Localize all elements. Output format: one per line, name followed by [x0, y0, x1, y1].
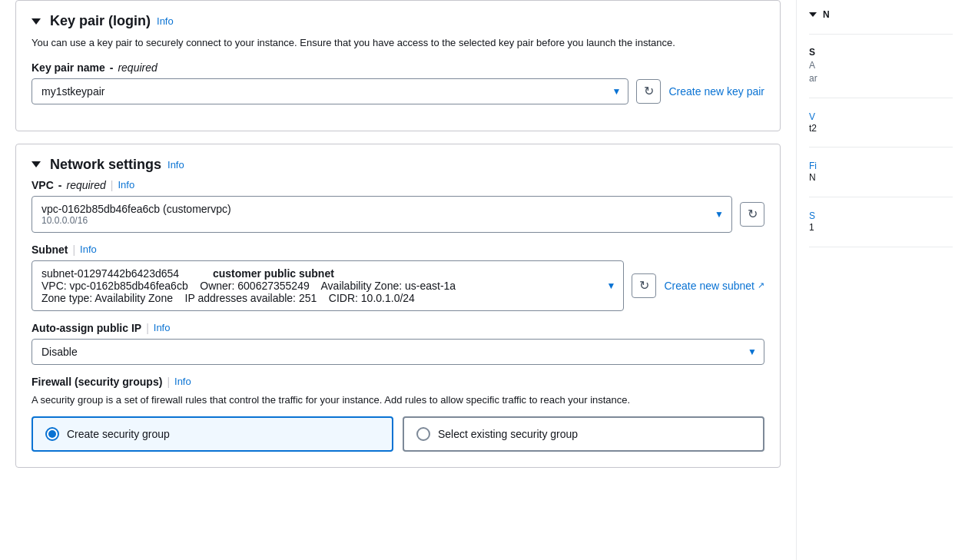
subnet-label-text: Subnet	[32, 244, 68, 256]
subnet-zone-type: Zone type: Availability Zone	[41, 292, 173, 304]
firewall-description: A security group is a set of firewall ru…	[32, 393, 764, 408]
firewall-info-link[interactable]: Info	[174, 376, 191, 387]
vpc-field-label: VPC - required | Info	[32, 179, 764, 191]
keypair-header: Key pair (login) Info	[32, 13, 764, 29]
create-key-pair-text: Create new key pair	[668, 85, 764, 98]
rp-link-3[interactable]: V	[809, 111, 815, 122]
select-sg-radio-circle	[416, 427, 430, 441]
security-group-radio-group: Create security group Select existing se…	[32, 416, 764, 452]
keypair-refresh-icon: ↻	[644, 84, 654, 98]
rp-title-2: S	[809, 47, 815, 58]
keypair-label-text: Key pair name	[32, 61, 105, 74]
subnet-cidr: CIDR: 10.0.1.0/24	[329, 292, 415, 304]
rp-detail-4: N	[809, 171, 953, 184]
select-sg-label: Select existing security group	[438, 428, 578, 440]
right-panel-section-2: S A ar	[809, 47, 953, 98]
create-sg-label: Create security group	[67, 428, 170, 440]
firewall-label-text: Firewall (security groups)	[32, 376, 162, 388]
rp-subtext-2: ar	[809, 72, 953, 85]
network-header: Network settings Info	[32, 157, 764, 173]
vpc-refresh-button[interactable]: ↻	[740, 202, 764, 227]
subnet-divider: |	[72, 244, 75, 256]
network-title-text: Network settings	[50, 157, 161, 173]
create-subnet-link[interactable]: Create new subnet ↗	[664, 280, 764, 292]
keypair-select-wrapper: my1stkeypair ▼	[32, 78, 628, 104]
subnet-info-link[interactable]: Info	[80, 244, 97, 255]
create-sg-radio-circle	[45, 427, 59, 441]
right-panel-subtitle-1: N	[809, 9, 953, 20]
keypair-title-text: Key pair (login)	[50, 13, 151, 29]
firewall-divider: |	[167, 376, 170, 388]
auto-assign-info-link[interactable]: Info	[154, 322, 171, 333]
keypair-select[interactable]: my1stkeypair	[32, 78, 628, 104]
network-collapse-arrow[interactable]	[32, 161, 41, 167]
subnet-line1: subnet-01297442b6423d654 customer public…	[41, 267, 595, 280]
rp-text-2: A	[809, 59, 953, 72]
keypair-section: Key pair (login) Info You can use a key …	[15, 0, 781, 131]
rp-collapse-1	[809, 12, 817, 17]
keypair-refresh-button[interactable]: ↻	[636, 79, 661, 104]
auto-assign-select-wrapper: Disable ▼	[32, 339, 764, 365]
rp-detail-3: t2	[809, 122, 953, 135]
keypair-select-row: my1stkeypair ▼ ↻ Create new key pair	[32, 78, 764, 104]
vpc-subinfo: 10.0.0.0/16	[41, 215, 704, 226]
vpc-refresh-icon: ↻	[748, 207, 758, 221]
keypair-label-dash: -	[110, 61, 114, 74]
subnet-refresh-button[interactable]: ↻	[632, 273, 656, 298]
auto-assign-label-text: Auto-assign public IP	[32, 322, 141, 334]
subnet-select-inner: subnet-01297442b6423d654 customer public…	[32, 261, 623, 310]
create-key-pair-link[interactable]: Create new key pair	[668, 85, 764, 98]
create-subnet-external-icon: ↗	[758, 280, 764, 290]
auto-assign-divider: |	[146, 322, 149, 334]
vpc-value: vpc-0162b85db46fea6cb (customervpc)	[41, 203, 231, 215]
network-title: Network settings Info	[32, 157, 184, 173]
subnet-line2: VPC: vpc-0162b85db46fea6cb Owner: 600627…	[41, 280, 595, 292]
auto-assign-select[interactable]: Disable	[32, 339, 764, 365]
vpc-select-row: vpc-0162b85db46fea6cb (customervpc) 10.0…	[32, 196, 764, 233]
right-panel-subtitle-2: S	[809, 47, 953, 58]
keypair-field-label: Key pair name - required	[32, 61, 764, 74]
network-info-link[interactable]: Info	[167, 159, 184, 171]
right-panel-section-5: S 1	[809, 210, 953, 247]
vpc-divider: |	[111, 179, 114, 191]
vpc-select-line1: vpc-0162b85db46fea6cb (customervpc)	[41, 203, 704, 215]
rp-link-5[interactable]: S	[809, 210, 815, 221]
subnet-select-row: subnet-01297442b6423d654 customer public…	[32, 260, 764, 311]
subnet-vpc: VPC: vpc-0162b85db46fea6cb	[41, 280, 188, 292]
create-subnet-text: Create new subnet	[664, 280, 754, 292]
subnet-ip: IP addresses available: 251	[185, 292, 317, 304]
rp-title-1: N	[823, 9, 830, 20]
subnet-id: subnet-01297442b6423d654	[41, 267, 179, 280]
keypair-title: Key pair (login) Info	[32, 13, 174, 29]
subnet-refresh-icon: ↻	[639, 278, 649, 293]
right-panel: N S A ar V t2 Fi N S 1	[796, 0, 965, 560]
keypair-required: required	[118, 61, 157, 74]
vpc-required: required	[66, 179, 105, 191]
subnet-field-label: Subnet | Info	[32, 244, 764, 256]
right-panel-section-1: N	[809, 9, 953, 35]
firewall-field-label: Firewall (security groups) | Info	[32, 376, 764, 388]
network-section: Network settings Info VPC - required | I…	[15, 144, 781, 469]
rp-detail-5: 1	[809, 221, 953, 234]
create-sg-option[interactable]: Create security group	[32, 416, 393, 452]
right-panel-section-3: V t2	[809, 111, 953, 148]
subnet-line3: Zone type: Availability Zone IP addresse…	[41, 292, 595, 304]
subnet-select-wrapper[interactable]: subnet-01297442b6423d654 customer public…	[32, 260, 624, 311]
auto-assign-field-label: Auto-assign public IP | Info	[32, 322, 764, 334]
vpc-dash: -	[58, 179, 62, 191]
auto-assign-select-row: Disable ▼	[32, 339, 764, 365]
rp-link-4[interactable]: Fi	[809, 161, 817, 171]
main-content: Key pair (login) Info You can use a key …	[0, 0, 796, 560]
keypair-info-link[interactable]: Info	[157, 15, 174, 27]
select-sg-option[interactable]: Select existing security group	[403, 416, 764, 452]
subnet-az: Availability Zone: us-east-1a	[321, 280, 456, 292]
subnet-name: customer public subnet	[213, 267, 334, 280]
vpc-select-inner: vpc-0162b85db46fea6cb (customervpc) 10.0…	[32, 197, 731, 232]
subnet-owner: Owner: 600627355249	[200, 280, 309, 292]
keypair-description: You can use a key pair to securely conne…	[32, 35, 764, 51]
vpc-info-link[interactable]: Info	[118, 179, 134, 191]
keypair-collapse-arrow[interactable]	[32, 18, 41, 25]
vpc-select-wrapper[interactable]: vpc-0162b85db46fea6cb (customervpc) 10.0…	[32, 196, 732, 233]
right-panel-section-4: Fi N	[809, 160, 953, 197]
vpc-label-text: VPC	[32, 179, 54, 191]
